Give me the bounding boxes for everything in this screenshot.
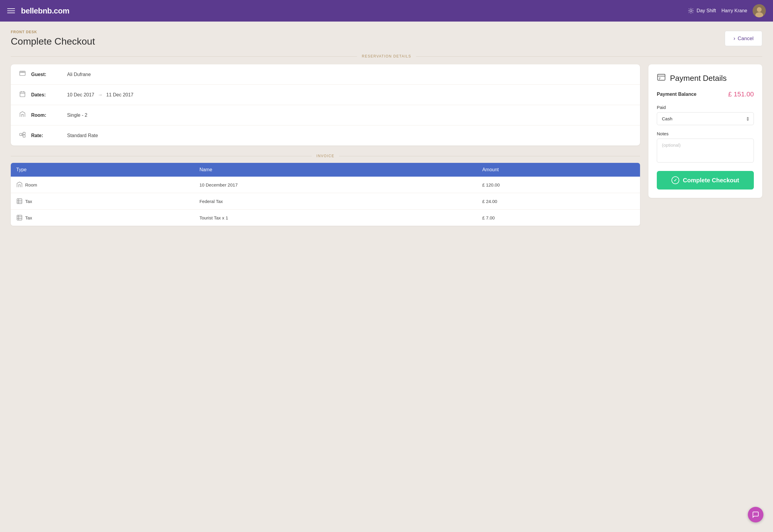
guest-label: Guest: — [31, 72, 67, 77]
rate-label: Rate: — [31, 133, 67, 138]
reservation-card: Guest: Ali Dufrane Dates: 10 D — [11, 64, 640, 145]
content-grid: Guest: Ali Dufrane Dates: 10 D — [11, 64, 762, 226]
svg-rect-26 — [17, 199, 22, 204]
hamburger-menu[interactable] — [7, 8, 15, 13]
page-header-left: FRONT DESK Complete Checkout — [11, 30, 95, 47]
page-header: FRONT DESK Complete Checkout › Cancel — [11, 30, 762, 47]
table-row: Room10 December 2017£ 120.00 — [11, 177, 640, 193]
table-row: TaxTourist Tax x 1£ 7.00 — [11, 210, 640, 226]
avatar — [753, 4, 766, 17]
room-value: Single - 2 — [67, 113, 87, 118]
header-right: Day Shift Harry Krane — [688, 4, 766, 17]
svg-line-8 — [692, 9, 693, 9]
check-circle-icon: ✓ — [672, 176, 679, 184]
svg-line-6 — [692, 12, 693, 13]
cell-amount: £ 7.00 — [477, 210, 640, 226]
dates-label: Dates: — [31, 92, 67, 98]
svg-rect-30 — [17, 215, 22, 220]
svg-rect-17 — [20, 92, 25, 97]
left-column: Guest: Ali Dufrane Dates: 10 D — [11, 64, 640, 226]
room-row: Room: Single - 2 — [11, 105, 640, 125]
chat-icon — [752, 511, 759, 518]
guest-icon — [19, 70, 31, 78]
cell-name: 10 December 2017 — [194, 177, 477, 193]
cell-name: Federal Tax — [194, 193, 477, 210]
rate-row: Rate: Standard Rate — [11, 125, 640, 145]
cell-type: Room — [11, 177, 194, 193]
room-icon — [16, 181, 23, 188]
type-text: Tax — [25, 215, 32, 220]
guest-value: Ali Dufrane — [67, 72, 91, 77]
rate-value: Standard Rate — [67, 133, 98, 138]
day-shift-label: Day Shift — [697, 8, 716, 13]
user-name: Harry Krane — [722, 8, 747, 13]
col-amount: Amount — [477, 163, 640, 177]
col-name: Name — [194, 163, 477, 177]
tax-icon — [16, 214, 23, 221]
cancel-button[interactable]: › Cancel — [725, 31, 762, 46]
dates-row: Dates: 10 Dec 2017 → 11 Dec 2017 — [11, 85, 640, 105]
rate-icon — [19, 131, 31, 140]
right-column: Payment Details Payment Balance £ 151.00… — [648, 64, 762, 198]
date-from: 10 Dec 2017 — [67, 92, 94, 98]
svg-point-10 — [757, 7, 762, 12]
invoice-section-label: INVOICE — [11, 154, 640, 158]
day-shift[interactable]: Day Shift — [688, 7, 716, 14]
svg-rect-23 — [23, 135, 25, 137]
cell-type: Tax — [11, 210, 194, 226]
invoice-table: Type Name Amount Room10 December 2017£ 1… — [11, 163, 640, 226]
svg-line-5 — [689, 9, 689, 9]
type-text: Room — [25, 182, 37, 187]
col-type: Type — [11, 163, 194, 177]
balance-label: Payment Balance — [657, 92, 697, 97]
svg-rect-21 — [20, 133, 22, 135]
main-content: FRONT DESK Complete Checkout › Cancel RE… — [0, 22, 773, 234]
payment-method-select[interactable]: Cash Card Bank Transfer — [657, 112, 754, 125]
payment-balance-row: Payment Balance £ 151.00 — [657, 90, 754, 98]
paid-label: Paid — [657, 105, 754, 110]
notes-label: Notes — [657, 131, 754, 136]
svg-point-0 — [690, 10, 692, 12]
header-left: bellebnb.com — [7, 6, 69, 16]
avatar-image — [753, 4, 766, 17]
svg-rect-22 — [23, 132, 25, 134]
svg-rect-34 — [658, 74, 665, 80]
chat-bubble[interactable] — [748, 507, 763, 522]
svg-line-7 — [689, 12, 689, 13]
sun-icon — [688, 7, 694, 14]
table-row: TaxFederal Tax£ 24.00 — [11, 193, 640, 210]
cancel-label: Cancel — [738, 36, 754, 42]
chevron-right-icon: › — [733, 35, 735, 42]
notes-input[interactable] — [657, 139, 754, 163]
cell-amount: £ 24.00 — [477, 193, 640, 210]
calendar-icon — [19, 91, 31, 99]
payment-header: Payment Details — [657, 73, 754, 84]
complete-checkout-button[interactable]: ✓ Complete Checkout — [657, 171, 754, 190]
header: bellebnb.com Day Shift Harry Krane — [0, 0, 773, 22]
cell-type: Tax — [11, 193, 194, 210]
guest-row: Guest: Ali Dufrane — [11, 64, 640, 85]
date-to: 11 Dec 2017 — [106, 92, 134, 98]
type-text: Tax — [25, 199, 32, 204]
breadcrumb: FRONT DESK — [11, 30, 95, 34]
payment-title: Payment Details — [670, 74, 727, 83]
cell-amount: £ 120.00 — [477, 177, 640, 193]
arrow-right-icon: → — [98, 92, 103, 98]
reservation-section-label: RESERVATION DETAILS — [11, 54, 762, 58]
payment-method-wrapper: Cash Card Bank Transfer ⇕ — [657, 112, 754, 125]
page-title: Complete Checkout — [11, 36, 95, 47]
checkout-button-label: Complete Checkout — [683, 177, 739, 184]
room-icon — [19, 111, 31, 119]
tax-icon — [16, 198, 23, 204]
balance-amount: £ 151.00 — [728, 90, 754, 98]
cell-name: Tourist Tax x 1 — [194, 210, 477, 226]
room-label: Room: — [31, 113, 67, 118]
payment-icon — [657, 73, 666, 84]
payment-card: Payment Details Payment Balance £ 151.00… — [648, 64, 762, 198]
logo: bellebnb.com — [21, 6, 69, 16]
dates-value: 10 Dec 2017 → 11 Dec 2017 — [67, 92, 133, 98]
